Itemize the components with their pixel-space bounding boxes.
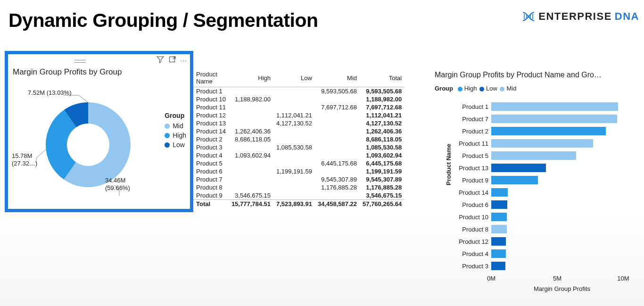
bar-visual[interactable]: Margin Group Profits by Product Name and… (435, 71, 633, 292)
visual-header: ··· (8, 54, 190, 66)
bar-row[interactable]: Product 3 (453, 260, 633, 272)
bar-row-label: Product 4 (453, 250, 488, 257)
table-row[interactable]: Product 121,112,041.211,112,041.21 (193, 111, 405, 119)
dna-icon (521, 11, 536, 22)
table-cell: Product 13 (193, 119, 229, 127)
table-cell: 34,458,587.22 (315, 200, 360, 208)
focus-mode-icon[interactable] (164, 56, 176, 65)
table-cell (273, 183, 315, 191)
bar-fill[interactable] (491, 115, 617, 123)
more-options-icon[interactable]: ··· (180, 57, 187, 64)
donut-label-low: 7.52M (13.03%) (28, 89, 72, 97)
table-header[interactable]: Total (360, 70, 405, 87)
table-cell: 3,546,675.15 (360, 191, 405, 200)
table-row[interactable]: Product 117,697,712.687,697,712.68 (193, 103, 405, 111)
table-cell (229, 167, 273, 175)
bar-fill[interactable] (491, 237, 506, 246)
table-cell (273, 175, 315, 183)
table-cell: 1,188,982.00 (360, 95, 405, 103)
table-row[interactable]: Product 134,127,130.524,127,130.52 (193, 119, 405, 127)
table-row[interactable]: Product 93,546,675.153,546,675.15 (193, 191, 405, 200)
bar-yaxis-title: Product Name (445, 144, 452, 185)
donut-title: Margin Group Profits by Group (8, 66, 190, 79)
table-header[interactable]: High (229, 70, 273, 87)
table-cell: 3,546,675.15 (229, 191, 273, 200)
bar-row[interactable]: Product 14 (453, 186, 633, 198)
matrix-visual[interactable]: Product NameHighLowMidTotal Product 19,5… (193, 70, 403, 208)
bar-row[interactable]: Product 11 (453, 137, 633, 149)
bar-xtick: 0M (487, 275, 495, 282)
bar-fill[interactable] (491, 151, 576, 160)
table-cell: 1,176,885.28 (360, 183, 405, 191)
table-cell (229, 159, 273, 167)
table-header[interactable]: Low (273, 70, 315, 87)
table-row[interactable]: Product 56,445,175.686,445,175.68 (193, 159, 405, 167)
bar-row[interactable]: Product 9 (453, 174, 633, 186)
bar-row[interactable]: Product 6 (453, 198, 633, 211)
table-cell (315, 191, 360, 200)
table-row[interactable]: Product 141,262,406.361,262,406.36 (193, 127, 405, 135)
bar-row-label: Product 6 (453, 201, 488, 208)
bar-row-label: Product 13 (453, 165, 488, 172)
bar-fill[interactable] (491, 249, 506, 258)
legend-item-mid[interactable]: Mid (165, 122, 186, 130)
bar-row[interactable]: Product 13 (453, 162, 633, 174)
bar-xtick: 5M (553, 275, 561, 282)
bar-fill[interactable] (491, 188, 508, 197)
bar-row[interactable]: Product 1 (453, 100, 633, 113)
table-row[interactable]: Product 41,093,602.941,093,602.94 (193, 151, 405, 159)
brand-text-2: DNA (615, 10, 639, 23)
table-row[interactable]: Product 19,593,505.689,593,505.68 (193, 87, 405, 96)
donut-label-high: 15.78M(27.32…) (12, 152, 37, 168)
table-cell: Total (193, 200, 229, 208)
bar-row[interactable]: Product 2 (453, 125, 633, 137)
table-total-row[interactable]: Total15,777,784.517,523,893.9134,458,587… (193, 200, 405, 208)
legend-item-high[interactable]: High (165, 132, 186, 139)
donut-legend: Group Mid High Low (165, 112, 186, 150)
legend-item-mid[interactable]: Mid (499, 85, 516, 92)
bar-fill[interactable] (491, 127, 606, 135)
donut-visual-card[interactable]: ··· Margin Group Profits by Group (5, 51, 193, 212)
table-cell: 1,176,885.28 (315, 183, 360, 191)
table-cell (229, 143, 273, 151)
table-row[interactable]: Product 79,545,307.899,545,307.89 (193, 175, 405, 183)
bar-row[interactable]: Product 5 (453, 149, 633, 162)
bar-fill[interactable] (491, 225, 507, 233)
table-header[interactable]: Product Name (193, 70, 229, 87)
legend-item-low[interactable]: Low (479, 85, 497, 92)
brand-text-1: ENTERPRISE (538, 10, 612, 23)
bar-row[interactable]: Product 10 (453, 211, 633, 223)
table-row[interactable]: Product 31,085,530.581,085,530.58 (193, 143, 405, 151)
bar-fill[interactable] (491, 200, 507, 209)
table-row[interactable]: Product 61,199,191.591,199,191.59 (193, 167, 405, 175)
table-cell: Product 9 (193, 191, 229, 200)
bar-row-label: Product 2 (453, 128, 488, 135)
table-cell: 6,445,175.68 (360, 159, 405, 167)
bar-row[interactable]: Product 8 (453, 223, 633, 235)
table-cell (315, 143, 360, 151)
legend-item-low[interactable]: Low (165, 141, 186, 149)
table-cell: Product 12 (193, 111, 229, 119)
table-cell: 4,127,130.52 (273, 119, 315, 127)
table-cell (315, 135, 360, 143)
table-row[interactable]: Product 81,176,885.281,176,885.28 (193, 183, 405, 191)
table-cell: Product 11 (193, 103, 229, 111)
table-row[interactable]: Product 101,188,982.001,188,982.00 (193, 95, 405, 103)
bar-row[interactable]: Product 12 (453, 235, 633, 248)
bar-fill[interactable] (491, 139, 593, 148)
bar-row-label: Product 9 (453, 177, 488, 184)
table-row[interactable]: Product 28,686,118.058,686,118.05 (193, 135, 405, 143)
legend-item-high[interactable]: High (457, 85, 477, 92)
bar-row[interactable]: Product 4 (453, 248, 633, 260)
table-cell: Product 6 (193, 167, 229, 175)
table-cell: 8,686,118.05 (360, 135, 405, 143)
drag-handle-icon[interactable] (74, 60, 86, 63)
bar-fill[interactable] (491, 213, 507, 221)
filter-icon[interactable] (152, 56, 164, 65)
table-header[interactable]: Mid (315, 70, 360, 87)
bar-fill[interactable] (491, 176, 538, 184)
bar-fill[interactable] (491, 262, 505, 270)
bar-fill[interactable] (491, 102, 618, 111)
bar-row[interactable]: Product 7 (453, 113, 633, 125)
bar-fill[interactable] (491, 164, 546, 172)
